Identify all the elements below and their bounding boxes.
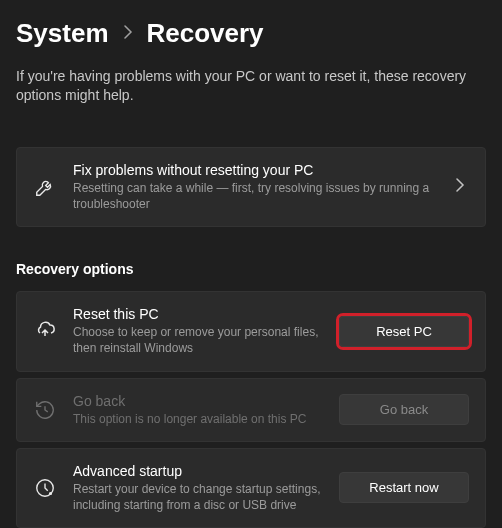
breadcrumb-parent[interactable]: System xyxy=(16,18,109,49)
advanced-startup-desc: Restart your device to change startup se… xyxy=(73,481,323,513)
fix-problems-desc: Resetting can take a while — first, try … xyxy=(73,180,439,212)
breadcrumb-current: Recovery xyxy=(147,18,264,49)
reset-pc-title: Reset this PC xyxy=(73,306,323,322)
advanced-startup-content: Advanced startup Restart your device to … xyxy=(73,463,323,513)
advanced-startup-card: Advanced startup Restart your device to … xyxy=(16,448,486,528)
reset-pc-button[interactable]: Reset PC xyxy=(339,316,469,347)
fix-problems-content: Fix problems without resetting your PC R… xyxy=(73,162,439,212)
go-back-card: Go back This option is no longer availab… xyxy=(16,378,486,442)
advanced-startup-title: Advanced startup xyxy=(73,463,323,479)
history-icon xyxy=(33,398,57,422)
restart-now-button[interactable]: Restart now xyxy=(339,472,469,503)
go-back-title: Go back xyxy=(73,393,323,409)
chevron-right-icon xyxy=(123,25,133,43)
svg-point-1 xyxy=(50,492,52,494)
section-header: Recovery options xyxy=(16,261,486,277)
intro-text: If you're having problems with your PC o… xyxy=(16,67,486,105)
advanced-startup-icon xyxy=(33,476,57,500)
fix-problems-title: Fix problems without resetting your PC xyxy=(73,162,439,178)
wrench-icon xyxy=(33,175,57,199)
go-back-content: Go back This option is no longer availab… xyxy=(73,393,323,427)
reset-pc-card: Reset this PC Choose to keep or remove y… xyxy=(16,291,486,371)
fix-problems-card[interactable]: Fix problems without resetting your PC R… xyxy=(16,147,486,227)
reset-pc-desc: Choose to keep or remove your personal f… xyxy=(73,324,323,356)
cloud-reset-icon xyxy=(33,319,57,343)
chevron-right-icon xyxy=(455,178,469,196)
go-back-desc: This option is no longer available on th… xyxy=(73,411,323,427)
go-back-button: Go back xyxy=(339,394,469,425)
reset-pc-content: Reset this PC Choose to keep or remove y… xyxy=(73,306,323,356)
breadcrumb: System Recovery xyxy=(16,18,486,49)
